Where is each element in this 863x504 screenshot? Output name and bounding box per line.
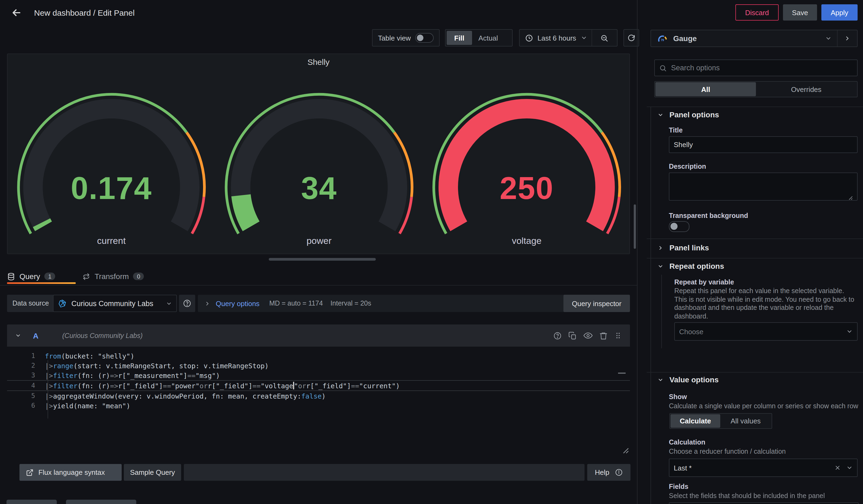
- chevron-down-icon[interactable]: [576, 35, 591, 41]
- time-controls: Last 6 hours: [519, 29, 617, 47]
- fill-actual-switch: Fill Actual: [445, 29, 513, 47]
- toggle-visibility-button[interactable]: [584, 331, 593, 340]
- query-options-link[interactable]: Query options: [216, 299, 260, 307]
- tab-query[interactable]: Query 1: [7, 269, 55, 284]
- eye-icon: [584, 331, 593, 340]
- info-circle-icon: [615, 468, 623, 476]
- transparent-background-label: Transparent background: [669, 212, 748, 219]
- show-mode-switch: Calculate All values: [670, 413, 772, 429]
- add-query-button-partial[interactable]: [7, 500, 57, 504]
- table-view-toggle[interactable]: [415, 33, 434, 43]
- actual-option[interactable]: Actual: [472, 31, 504, 45]
- code-line[interactable]: 5 |> aggregateWindow(every: v.windowPeri…: [7, 391, 630, 401]
- gauge-fill: [448, 109, 605, 226]
- database-icon: [7, 272, 15, 280]
- collapse-pane-chevron-icon[interactable]: [844, 35, 851, 42]
- tab-transform[interactable]: Transform 0: [82, 269, 144, 284]
- clear-x-icon[interactable]: [834, 465, 841, 471]
- visualization-name: Gauge: [673, 34, 697, 43]
- value-options-header[interactable]: Value options: [658, 375, 718, 384]
- repeat-options-title: Repeat options: [670, 262, 724, 270]
- time-range-label[interactable]: Last 6 hours: [537, 34, 576, 42]
- search-icon: [659, 64, 667, 72]
- repeat-by-variable-desc: Repeat this panel for each value in the …: [674, 287, 856, 321]
- query-inspector-button[interactable]: Query inspector: [563, 295, 630, 312]
- delete-query-button[interactable]: [599, 331, 608, 340]
- panel-options-header[interactable]: Panel options: [658, 110, 719, 119]
- data-source-picker[interactable]: Curious Community Labs: [53, 295, 177, 312]
- gauge-panel[interactable]: Shelly 0.174 current 34 power: [7, 53, 630, 254]
- data-source-label: Data source: [7, 295, 54, 312]
- flux-syntax-button[interactable]: Flux language syntax: [20, 464, 122, 481]
- query-row-header[interactable]: A (Curious Community Labs): [7, 325, 630, 346]
- code-line[interactable]: 4 |> filter(fn: (r) => r["_field"] == "p…: [7, 380, 630, 391]
- zoom-out-button[interactable]: [592, 34, 617, 42]
- panel-title-input[interactable]: Shelly: [669, 136, 858, 153]
- gauge-current: 0.174 current: [3, 84, 220, 241]
- chevron-down-icon[interactable]: [15, 332, 21, 339]
- tab-overrides[interactable]: Overrides: [756, 82, 856, 96]
- duplicate-query-button[interactable]: [568, 331, 577, 340]
- query-datasource-note: (Curious Community Labs): [62, 332, 142, 339]
- drag-query-handle[interactable]: [614, 331, 622, 340]
- gauge-label: voltage: [418, 236, 635, 247]
- code-line[interactable]: 3 |> filter(fn: (r) => r["_measurement"]…: [7, 370, 630, 380]
- divider: [647, 106, 863, 107]
- clock-icon: [520, 34, 537, 42]
- fields-select-partial[interactable]: [669, 502, 859, 504]
- back-button[interactable]: [11, 7, 22, 18]
- all-values-option[interactable]: All values: [720, 414, 771, 428]
- calculate-option[interactable]: Calculate: [671, 414, 720, 428]
- chevron-right-icon[interactable]: [204, 300, 210, 306]
- data-source-help-button[interactable]: [179, 295, 195, 312]
- code-line[interactable]: 2 |> range(start: v.timeRangeStart, stop…: [7, 361, 630, 370]
- data-source-name: Curious Community Labs: [71, 299, 153, 307]
- options-tabs: All Overrides: [654, 81, 858, 97]
- tab-query-count: 1: [44, 273, 55, 280]
- sample-query-button[interactable]: Sample Query: [124, 464, 181, 481]
- gauge-value: 250: [418, 170, 635, 206]
- tab-all[interactable]: All: [655, 82, 756, 96]
- search-options-input[interactable]: Search options: [654, 60, 858, 76]
- tab-query-label: Query: [20, 272, 40, 281]
- code-line[interactable]: 1from(bucket: "shelly"): [7, 351, 630, 361]
- query-options-interval: Interval = 20s: [330, 300, 371, 307]
- repeat-options-header[interactable]: Repeat options: [658, 262, 724, 270]
- gauge-track: [241, 109, 398, 226]
- panel-header-title[interactable]: Shelly: [8, 57, 629, 66]
- grip-dots-icon: [614, 331, 622, 340]
- editor-resize-corner[interactable]: [622, 447, 629, 454]
- panel-links-title: Panel links: [670, 243, 709, 252]
- query-letter: A: [33, 331, 38, 340]
- tab-transform-label: Transform: [95, 272, 129, 281]
- query-options-md: MD = auto = 1174: [269, 300, 323, 307]
- fill-option[interactable]: Fill: [447, 31, 472, 45]
- help-button[interactable]: Help: [587, 464, 630, 481]
- chevron-down-icon: [658, 263, 663, 269]
- transparent-background-toggle[interactable]: [669, 221, 689, 232]
- add-expression-button-partial[interactable]: [66, 500, 136, 504]
- show-label: Show: [669, 393, 687, 401]
- page-title: New dashboard / Edit Panel: [34, 8, 135, 17]
- copy-icon: [568, 331, 577, 340]
- table-view-label: Table view: [378, 34, 411, 42]
- visualization-picker[interactable]: 79 Gauge: [650, 30, 858, 47]
- section-indent-guide: [661, 275, 662, 348]
- trash-icon: [599, 331, 608, 340]
- flux-code-editor[interactable]: 1from(bucket: "shelly")2 |> range(start:…: [7, 346, 630, 457]
- divider: [647, 258, 863, 259]
- search-placeholder: Search options: [671, 64, 720, 72]
- code-line[interactable]: 6 |> yield(name: "mean"): [7, 401, 630, 411]
- description-textarea[interactable]: [669, 173, 858, 201]
- tab-transform-count: 0: [133, 273, 144, 280]
- svg-text:79: 79: [661, 38, 664, 41]
- panel-resize-handle[interactable]: [269, 258, 376, 261]
- refresh-icon: [627, 34, 635, 42]
- query-help-button[interactable]: [553, 331, 562, 340]
- calculation-select[interactable]: Last *: [669, 458, 858, 477]
- repeat-variable-select[interactable]: Choose: [674, 322, 858, 341]
- sidebar-guide-line: [650, 106, 651, 504]
- transform-icon: [82, 272, 90, 280]
- panel-links-header[interactable]: Panel links: [658, 243, 709, 252]
- scrollbar-thumb[interactable]: [634, 204, 636, 249]
